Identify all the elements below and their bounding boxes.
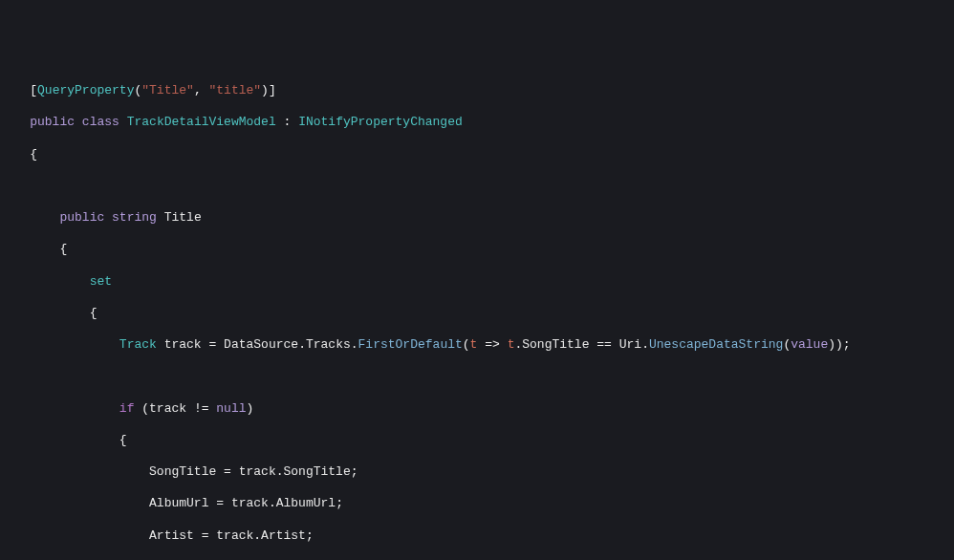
code-line: public string Title [0,210,954,226]
code-line: public class TrackDetailViewModel : INot… [0,115,954,131]
code-line: Track track = DataSource.Tracks.FirstOrD… [0,337,954,354]
code-line: SongTitle = track.SongTitle; [0,464,954,481]
code-line: { [0,306,954,322]
code-line: if (track != null) [0,401,954,418]
code-line [0,179,954,195]
code-line: Artist = track.Artist; [0,528,954,545]
code-line: { [0,147,954,163]
code-line: [QueryProperty("Title", "title")] [0,83,954,99]
code-line: { [0,242,954,258]
code-line: set [0,274,954,291]
code-line: { [0,433,954,449]
code-editor-view[interactable]: [QueryProperty("Title", "title")] public… [0,64,954,561]
code-line [0,369,954,385]
code-line: AlbumUrl = track.AlbumUrl; [0,496,954,512]
